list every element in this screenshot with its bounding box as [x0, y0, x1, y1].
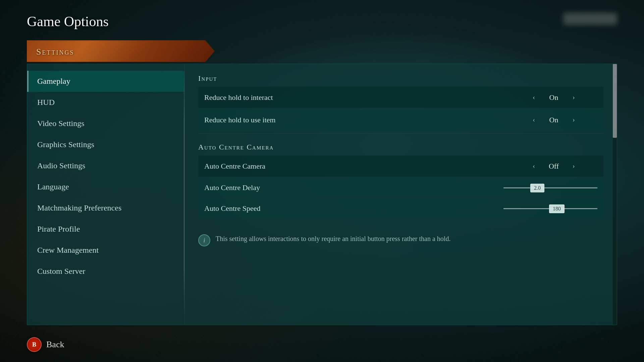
section-separator-1 — [198, 133, 603, 133]
slider-badge-auto-centre-speed: 180 — [549, 204, 565, 213]
info-text: This setting allows interactions to only… — [216, 234, 450, 244]
info-icon: i — [198, 234, 210, 246]
right-content: Input Reduce hold to interact ‹ On › Red… — [185, 64, 617, 325]
sidebar: Gameplay HUD Video Settings Graphics Set… — [27, 64, 185, 325]
setting-label-auto-centre-camera: Auto Centre Camera — [204, 162, 510, 171]
main-container: Settings Gameplay HUD Video Settings Gra… — [27, 40, 617, 335]
setting-value-reduce-hold-interact: On — [544, 93, 564, 102]
section-heading-input: Input — [198, 74, 603, 83]
setting-value-reduce-hold-use-item: On — [544, 116, 564, 124]
setting-row-reduce-hold-interact: Reduce hold to interact ‹ On › — [198, 87, 603, 108]
chevron-left-auto-centre-camera[interactable]: ‹ — [530, 161, 538, 171]
slider-container-auto-centre-speed: 180 — [503, 208, 597, 209]
setting-value-auto-centre-camera: Off — [544, 162, 564, 171]
setting-row-auto-centre-delay: Auto Centre Delay 2.0 — [198, 178, 603, 197]
setting-label-reduce-hold-use-item: Reduce hold to use item — [204, 116, 510, 124]
setting-control-reduce-hold-use-item: ‹ On › — [510, 115, 597, 125]
sidebar-item-custom-server[interactable]: Custom Server — [27, 261, 184, 282]
sidebar-item-pirate-profile[interactable]: Pirate Profile — [27, 219, 184, 240]
sidebar-item-graphics-settings[interactable]: Graphics Settings — [27, 134, 184, 155]
back-button[interactable]: B Back — [27, 337, 64, 352]
content-panel: Gameplay HUD Video Settings Graphics Set… — [27, 64, 617, 325]
setting-row-auto-centre-speed: Auto Centre Speed 180 — [198, 199, 603, 218]
back-icon: B — [27, 337, 42, 352]
sidebar-item-video-settings[interactable]: Video Settings — [27, 113, 184, 134]
section-heading-auto-centre-camera: Auto Centre Camera — [198, 143, 603, 152]
chevron-left-reduce-hold-use-item[interactable]: ‹ — [530, 115, 538, 125]
setting-control-auto-centre-camera: ‹ Off › — [510, 161, 597, 171]
sidebar-item-hud[interactable]: HUD — [27, 92, 184, 113]
scrollbar[interactable] — [613, 64, 617, 325]
chevron-left-reduce-hold-interact[interactable]: ‹ — [530, 92, 538, 103]
setting-label-reduce-hold-interact: Reduce hold to interact — [204, 93, 510, 102]
chevron-right-reduce-hold-use-item[interactable]: › — [570, 115, 578, 125]
top-right-badge — [564, 13, 617, 25]
slider-container-auto-centre-delay: 2.0 — [503, 187, 597, 188]
slider-track-auto-centre-speed[interactable]: 180 — [503, 208, 597, 209]
setting-control-reduce-hold-interact: ‹ On › — [510, 92, 597, 103]
sidebar-item-gameplay[interactable]: Gameplay — [27, 71, 184, 92]
settings-banner: Settings — [27, 40, 617, 64]
info-box: i This setting allows interactions to on… — [198, 230, 603, 250]
setting-label-auto-centre-delay: Auto Centre Delay — [204, 183, 503, 192]
slider-badge-auto-centre-delay: 2.0 — [530, 184, 544, 192]
slider-track-auto-centre-delay[interactable]: 2.0 — [503, 187, 597, 188]
page-title: Game Options — [27, 13, 109, 29]
sidebar-item-language[interactable]: Language — [27, 176, 184, 197]
sidebar-item-audio-settings[interactable]: Audio Settings — [27, 155, 184, 176]
chevron-right-auto-centre-camera[interactable]: › — [570, 161, 578, 171]
sidebar-divider — [184, 74, 184, 315]
setting-row-reduce-hold-use-item: Reduce hold to use item ‹ On › — [198, 109, 603, 130]
setting-label-auto-centre-speed: Auto Centre Speed — [204, 204, 503, 213]
back-button-label: Back — [46, 340, 64, 350]
chevron-right-reduce-hold-interact[interactable]: › — [570, 92, 578, 103]
settings-banner-title: Settings — [36, 47, 74, 57]
sidebar-item-matchmaking-preferences[interactable]: Matchmaking Preferences — [27, 197, 184, 219]
sidebar-item-crew-management[interactable]: Crew Management — [27, 240, 184, 261]
scrollbar-thumb[interactable] — [613, 64, 617, 138]
setting-row-auto-centre-camera: Auto Centre Camera ‹ Off › — [198, 156, 603, 177]
